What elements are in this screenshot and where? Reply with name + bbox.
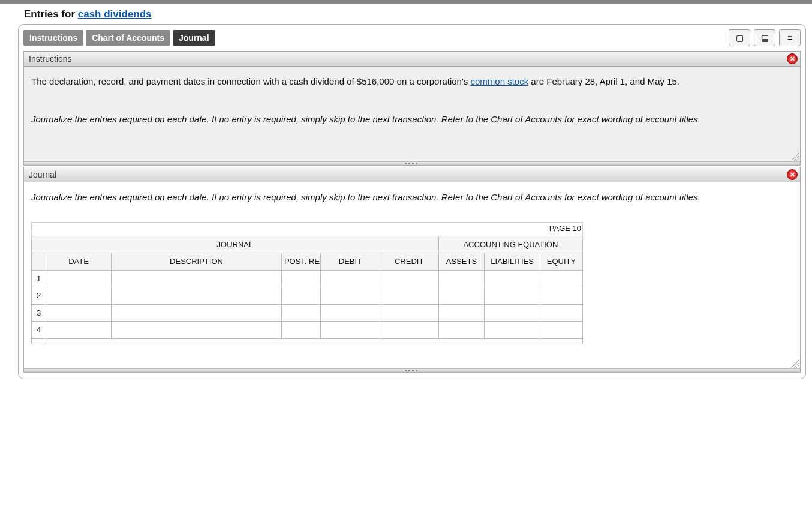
row-number: 4 <box>32 322 46 339</box>
assets-header: ASSETS <box>438 253 484 271</box>
date-cell[interactable] <box>46 322 112 339</box>
journal-column-header-row: DATE DESCRIPTION POST. REF. DEBIT CREDIT… <box>32 253 583 271</box>
journal-panel-header: Journal ✕ <box>24 167 800 182</box>
assets-cell[interactable] <box>438 270 484 287</box>
table-row <box>32 338 583 344</box>
debit-cell[interactable] <box>321 287 380 305</box>
accounting-equation-group-header: ACCOUNTING EQUATION <box>438 236 582 253</box>
row-number: 3 <box>32 304 46 322</box>
postref-cell[interactable] <box>281 304 320 322</box>
page-title-link[interactable]: cash dividends <box>78 8 152 20</box>
journal-group-header: JOURNAL <box>32 236 439 253</box>
assets-cell[interactable] <box>438 304 484 322</box>
credit-cell[interactable] <box>380 322 438 339</box>
equity-cell[interactable] <box>540 304 582 322</box>
instructions-text-part1: The declaration, record, and payment dat… <box>31 76 471 86</box>
page-title-prefix: Entries for <box>24 8 78 20</box>
table-row: 3 <box>32 304 583 322</box>
common-stock-link[interactable]: common stock <box>471 76 529 86</box>
description-cell[interactable] <box>112 304 282 322</box>
equity-cell[interactable] <box>540 270 582 287</box>
equity-header: EQUITY <box>540 253 582 271</box>
description-cell[interactable] <box>112 270 282 287</box>
row-number: 2 <box>32 287 46 305</box>
toolbar-button-2[interactable]: ▤ <box>754 29 775 46</box>
tab-chart-of-accounts[interactable]: Chart of Accounts <box>86 30 170 46</box>
instructions-header-label: Instructions <box>29 54 72 64</box>
row-number: 1 <box>32 270 46 287</box>
description-header: DESCRIPTION <box>112 253 282 271</box>
list-icon: ≡ <box>787 33 792 43</box>
toolbar-button-3[interactable]: ≡ <box>779 29 801 46</box>
credit-cell[interactable] <box>380 270 438 287</box>
credit-header: CREDIT <box>380 253 438 271</box>
resize-grip-icon[interactable] <box>791 359 799 368</box>
date-cell[interactable] <box>46 304 112 322</box>
panels-icon: ▢ <box>736 33 744 43</box>
journal-panel: Journal ✕ Journalize the entries require… <box>23 167 801 373</box>
assets-cell[interactable] <box>438 322 484 339</box>
description-cell[interactable] <box>112 322 282 339</box>
instructions-panel-body: The declaration, record, and payment dat… <box>24 67 800 161</box>
debit-cell[interactable] <box>321 270 380 287</box>
date-cell[interactable] <box>46 270 112 287</box>
layout-icon: ▤ <box>761 33 769 43</box>
close-journal-button[interactable]: ✕ <box>787 169 798 180</box>
table-row: 1 <box>32 270 583 287</box>
journal-page-label: PAGE 10 <box>31 222 583 235</box>
assets-cell[interactable] <box>438 287 484 305</box>
postref-header: POST. REF. <box>281 253 320 271</box>
toolbar-button-1[interactable]: ▢ <box>729 29 750 46</box>
journal-prompt: Journalize the entries required on each … <box>31 191 793 205</box>
liabilities-cell[interactable] <box>485 270 540 287</box>
date-cell[interactable] <box>46 287 112 305</box>
tab-instructions[interactable]: Instructions <box>23 30 83 46</box>
tab-journal[interactable]: Journal <box>173 30 215 46</box>
journal-header-label: Journal <box>29 170 56 179</box>
equity-cell[interactable] <box>540 287 582 305</box>
debit-cell[interactable] <box>321 322 380 339</box>
debit-header: DEBIT <box>321 253 380 271</box>
close-instructions-button[interactable]: ✕ <box>787 53 798 64</box>
liabilities-header: LIABILITIES <box>485 253 540 271</box>
toolbar: ▢ ▤ ≡ <box>729 29 801 46</box>
description-cell[interactable] <box>112 287 282 305</box>
table-row: 4 <box>32 322 583 339</box>
empty-row[interactable] <box>46 338 583 344</box>
postref-cell[interactable] <box>281 270 320 287</box>
date-header: DATE <box>46 253 112 271</box>
instructions-resize-handle[interactable] <box>24 161 800 165</box>
postref-cell[interactable] <box>281 287 320 305</box>
instructions-panel-header: Instructions ✕ <box>24 52 800 67</box>
credit-cell[interactable] <box>380 287 438 305</box>
equity-cell[interactable] <box>540 322 582 339</box>
tabs: Instructions Chart of Accounts Journal <box>23 30 215 46</box>
row-number <box>32 338 46 344</box>
instructions-text: The declaration, record, and payment dat… <box>31 75 793 89</box>
journal-table-wrap: PAGE 10 JOURNAL ACCOUNTING EQUATION <box>31 222 583 344</box>
main-container: Instructions Chart of Accounts Journal ▢… <box>18 24 806 379</box>
instructions-panel: Instructions ✕ The declaration, record, … <box>23 51 801 166</box>
debit-cell[interactable] <box>321 304 380 322</box>
liabilities-cell[interactable] <box>485 304 540 322</box>
page-title: Entries for cash dividends <box>24 8 806 20</box>
postref-cell[interactable] <box>281 322 320 339</box>
liabilities-cell[interactable] <box>485 287 540 305</box>
liabilities-cell[interactable] <box>485 322 540 339</box>
journal-panel-body: Journalize the entries required on each … <box>24 182 800 368</box>
resize-grip-icon[interactable] <box>791 152 799 161</box>
journal-resize-handle[interactable] <box>24 368 800 372</box>
journal-group-header-row: JOURNAL ACCOUNTING EQUATION <box>32 236 583 253</box>
instructions-text-part2: are February 28, April 1, and May 15. <box>528 76 679 86</box>
rownum-header <box>32 253 46 271</box>
credit-cell[interactable] <box>380 304 438 322</box>
journal-table: JOURNAL ACCOUNTING EQUATION DATE DESCRIP… <box>31 236 583 344</box>
table-row: 2 <box>32 287 583 305</box>
instructions-prompt: Journalize the entries required on each … <box>31 113 793 127</box>
